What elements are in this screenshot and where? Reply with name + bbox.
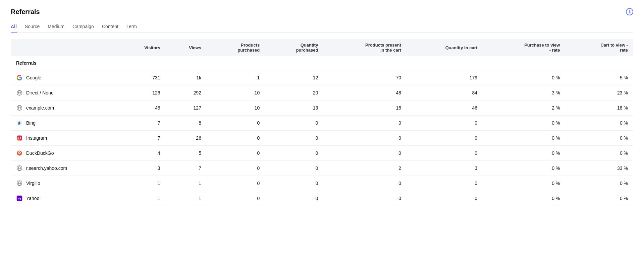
- cell-quantity-purchased: 0: [265, 191, 323, 206]
- svg-point-5: [20, 137, 21, 137]
- cell-views: 1k: [166, 70, 207, 85]
- cell-source[interactable]: Y! Yahoo!: [11, 191, 118, 206]
- cell-purchase-to-view: 0 %: [483, 146, 565, 161]
- cell-cart-to-view: 0 %: [565, 131, 633, 146]
- table-row: Instagram72600000 %0 %: [11, 131, 633, 146]
- cell-purchase-to-view: 0 %: [483, 131, 565, 146]
- cell-quantity-purchased: 13: [265, 100, 323, 116]
- tab-content[interactable]: Content: [102, 21, 118, 32]
- cell-quantity-cart: 46: [407, 100, 483, 116]
- cell-visitors: 7: [118, 131, 166, 146]
- table-header-row: Visitors Views Productspurchased Quantit…: [11, 39, 633, 56]
- subheader-label: Referrals: [11, 56, 118, 70]
- cell-quantity-purchased: 0: [265, 146, 323, 161]
- col-products-purchased: Productspurchased: [207, 39, 265, 56]
- cell-products-purchased: 0: [207, 191, 265, 206]
- cell-views: 8: [166, 116, 207, 131]
- table-row: Bing7800000 %0 %: [11, 116, 633, 131]
- cell-source[interactable]: Google: [11, 70, 118, 85]
- col-source: [11, 39, 118, 56]
- info-icon[interactable]: ℹ: [626, 8, 633, 15]
- cell-visitors: 7: [118, 116, 166, 131]
- cell-cart-to-view: 0 %: [565, 191, 633, 206]
- referrals-table: Visitors Views Productspurchased Quantit…: [11, 39, 633, 206]
- cell-purchase-to-view: 0 %: [483, 116, 565, 131]
- cell-source[interactable]: Direct / None: [11, 85, 118, 100]
- tab-all[interactable]: All: [11, 21, 17, 32]
- svg-point-8: [19, 152, 20, 153]
- cell-quantity-cart: 0: [407, 131, 483, 146]
- cell-source[interactable]: example.com: [11, 100, 118, 115]
- tab-medium[interactable]: Medium: [48, 21, 64, 32]
- cell-products-present: 0: [323, 116, 407, 131]
- globe-icon: [16, 89, 23, 96]
- cell-products-purchased: 0: [207, 131, 265, 146]
- cell-purchase-to-view: 2 %: [483, 100, 565, 116]
- cell-visitors: 4: [118, 146, 166, 161]
- source-name: r.search.yahoo.com: [26, 165, 67, 171]
- cell-source[interactable]: Bing: [11, 116, 118, 130]
- source-name: Direct / None: [26, 90, 54, 95]
- cell-products-present: 70: [323, 70, 407, 85]
- table-row: Virgilio1100000 %0 %: [11, 176, 633, 191]
- tab-source[interactable]: Source: [25, 21, 40, 32]
- table-row: Google7311k112701790 %5 %: [11, 70, 633, 85]
- source-name: DuckDuckGo: [26, 150, 54, 156]
- cell-visitors: 126: [118, 85, 166, 100]
- source-name: Virgilio: [26, 181, 40, 186]
- table-subheader: Referrals: [11, 56, 633, 70]
- google-icon: [16, 74, 23, 81]
- cell-quantity-purchased: 20: [265, 85, 323, 100]
- table-row: r.search.yahoo.com3700230 %33 %: [11, 161, 633, 176]
- cell-visitors: 1: [118, 176, 166, 191]
- table-row: Direct / None126292102048843 %23 %: [11, 85, 633, 100]
- cell-visitors: 3: [118, 161, 166, 176]
- svg-rect-3: [17, 136, 22, 141]
- cell-cart-to-view: 0 %: [565, 146, 633, 161]
- cell-visitors: 45: [118, 100, 166, 116]
- col-quantity-purchased: Quantitypurchased: [265, 39, 323, 56]
- cell-source[interactable]: Virgilio: [11, 176, 118, 191]
- cell-cart-to-view: 0 %: [565, 176, 633, 191]
- cell-cart-to-view: 33 %: [565, 161, 633, 176]
- cell-quantity-purchased: 0: [265, 131, 323, 146]
- cell-products-present: 48: [323, 85, 407, 100]
- cell-products-purchased: 0: [207, 116, 265, 131]
- source-name: Yahoo!: [26, 196, 41, 201]
- cell-source[interactable]: r.search.yahoo.com: [11, 161, 118, 176]
- cell-quantity-cart: 0: [407, 146, 483, 161]
- cell-cart-to-view: 0 %: [565, 116, 633, 131]
- cell-products-purchased: 0: [207, 176, 265, 191]
- tab-term[interactable]: Term: [126, 21, 137, 32]
- cell-quantity-purchased: 0: [265, 161, 323, 176]
- cell-products-purchased: 0: [207, 146, 265, 161]
- cell-views: 7: [166, 161, 207, 176]
- cell-purchase-to-view: 0 %: [483, 70, 565, 85]
- instagram-icon: [16, 135, 23, 141]
- cell-products-present: 0: [323, 146, 407, 161]
- svg-point-9: [19, 152, 19, 153]
- cell-quantity-cart: 0: [407, 116, 483, 131]
- cell-visitors: 731: [118, 70, 166, 85]
- cell-quantity-cart: 0: [407, 176, 483, 191]
- cell-products-purchased: 1: [207, 70, 265, 85]
- source-name: Instagram: [26, 135, 47, 141]
- cell-views: 127: [166, 100, 207, 116]
- table-row: example.com45127101315462 %18 %: [11, 100, 633, 116]
- col-cart-to-view: Cart to view -rate: [565, 39, 633, 56]
- tabs-nav: All Source Medium Campaign Content Term: [11, 21, 633, 32]
- cell-quantity-cart: 0: [407, 191, 483, 206]
- cell-source[interactable]: Instagram: [11, 131, 118, 145]
- cell-source[interactable]: DuckDuckGo: [11, 146, 118, 160]
- cell-purchase-to-view: 3 %: [483, 85, 565, 100]
- cell-products-present: 2: [323, 161, 407, 176]
- page-title: Referrals: [11, 8, 633, 16]
- cell-products-purchased: 10: [207, 100, 265, 116]
- duckduckgo-icon: [16, 150, 23, 156]
- tab-campaign[interactable]: Campaign: [72, 21, 94, 32]
- cell-purchase-to-view: 0 %: [483, 176, 565, 191]
- cell-products-present: 15: [323, 100, 407, 116]
- cell-purchase-to-view: 0 %: [483, 161, 565, 176]
- col-quantity-cart: Quantity in cart: [407, 39, 483, 56]
- cell-products-purchased: 10: [207, 85, 265, 100]
